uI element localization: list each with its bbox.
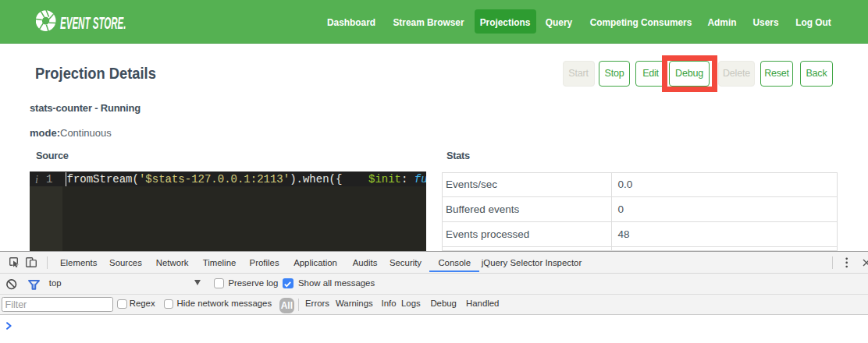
svg-text:EVENT STORE.: EVENT STORE. bbox=[60, 13, 126, 33]
